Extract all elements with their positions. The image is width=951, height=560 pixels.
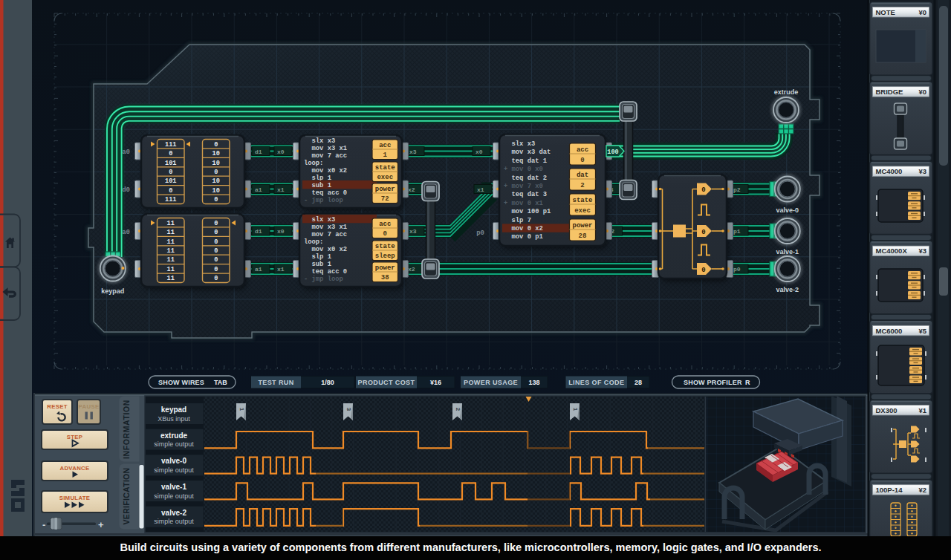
svg-text:MC6000: MC6000 (876, 327, 903, 335)
svg-text:XBus input: XBus input (158, 415, 190, 423)
svg-text:0: 0 (214, 266, 218, 273)
svg-text:LINES OF CODE: LINES OF CODE (568, 379, 624, 386)
svg-text:11: 11 (167, 238, 175, 246)
svg-text:x2: x2 (408, 266, 415, 273)
svg-text:a0: a0 (122, 229, 130, 236)
svg-text:2: 2 (580, 182, 584, 189)
svg-text:10: 10 (212, 150, 220, 157)
svg-text:1/80: 1/80 (321, 379, 334, 386)
svg-text:0: 0 (701, 229, 705, 236)
svg-text:exec: exec (574, 207, 591, 215)
svg-text:valve-0: valve-0 (161, 457, 186, 465)
svg-text:ADVANCE: ADVANCE (59, 465, 89, 472)
svg-text:0: 0 (214, 196, 218, 204)
svg-text:dat: dat (577, 172, 588, 179)
svg-text:a1: a1 (255, 186, 262, 193)
svg-text:keypad: keypad (161, 406, 186, 414)
svg-text:mov 7 acc: mov 7 acc (304, 152, 347, 160)
svg-text:sleep: sleep (375, 253, 395, 260)
svg-text:power: power (375, 186, 395, 193)
svg-text:0: 0 (214, 220, 218, 227)
svg-text:simple output: simple output (154, 492, 194, 500)
svg-text:72: 72 (381, 195, 389, 203)
svg-text:power: power (375, 264, 395, 272)
svg-text:0: 0 (214, 256, 218, 264)
svg-text:x1: x1 (277, 266, 285, 273)
svg-text:x1: x1 (277, 186, 285, 193)
svg-text:2: 2 (455, 408, 461, 411)
svg-text:d0: d0 (122, 186, 130, 194)
svg-text:simple output: simple output (154, 440, 194, 448)
svg-text:- jmp loop: - jmp loop (304, 276, 343, 283)
svg-text:DX300: DX300 (876, 406, 898, 414)
svg-text:10: 10 (212, 160, 220, 167)
svg-text:101: 101 (165, 160, 176, 167)
svg-text:¥2: ¥2 (918, 486, 926, 494)
svg-text:11: 11 (167, 220, 175, 227)
svg-text:loop:: loop: (304, 238, 323, 246)
svg-text:p0: p0 (476, 229, 484, 237)
svg-text:+ mov 7 x0: + mov 7 x0 (504, 183, 543, 190)
svg-text:extrude: extrude (160, 432, 188, 440)
svg-text:loop:: loop: (304, 160, 323, 167)
svg-text:acc: acc (379, 142, 391, 149)
svg-text:28: 28 (634, 379, 642, 386)
svg-text:¥3: ¥3 (918, 247, 926, 255)
svg-text:111: 111 (165, 141, 176, 149)
svg-text:11: 11 (167, 275, 175, 282)
svg-text:simple output: simple output (154, 466, 194, 474)
svg-text:38: 38 (381, 274, 389, 281)
svg-text:0: 0 (214, 169, 218, 176)
svg-text:- jmp loop: - jmp loop (304, 197, 343, 204)
svg-text:p1: p1 (733, 228, 741, 235)
svg-text:138: 138 (528, 379, 539, 386)
svg-text:teq acc 0: teq acc 0 (304, 268, 347, 276)
svg-text:TAB: TAB (214, 379, 227, 386)
svg-text:0: 0 (169, 150, 172, 157)
svg-text:0: 0 (383, 230, 387, 238)
svg-text:0: 0 (214, 141, 218, 149)
svg-text:10: 10 (212, 178, 220, 185)
svg-text:RESET: RESET (47, 403, 68, 410)
svg-text:slp 1: slp 1 (304, 253, 331, 261)
svg-text:a1: a1 (255, 266, 262, 273)
svg-text:0: 0 (701, 186, 705, 194)
svg-text:SHOW WIRES: SHOW WIRES (158, 379, 204, 386)
svg-text:+ mov 0 x1: + mov 0 x1 (504, 200, 543, 207)
svg-text:mov x3 dat: mov x3 dat (504, 149, 551, 156)
svg-text:mov x0 x2: mov x0 x2 (304, 246, 347, 253)
svg-text:PRODUCT COST: PRODUCT COST (358, 379, 415, 386)
svg-text:valve-2: valve-2 (776, 286, 799, 293)
svg-text:d1: d1 (255, 149, 262, 155)
svg-text:mov x3 x1: mov x3 x1 (304, 224, 347, 231)
svg-text:R: R (745, 379, 750, 386)
svg-text:teq dat 2: teq dat 2 (504, 175, 547, 182)
svg-text:11: 11 (167, 229, 175, 236)
svg-text:100P-14: 100P-14 (876, 486, 903, 494)
svg-text:3: 3 (345, 408, 352, 411)
svg-text:11: 11 (167, 247, 175, 255)
svg-text:x0: x0 (277, 149, 285, 155)
svg-text:mov 7 acc: mov 7 acc (304, 231, 347, 238)
svg-text:NOTE: NOTE (876, 8, 895, 16)
svg-text:exec: exec (377, 174, 393, 181)
svg-text:¥0: ¥0 (918, 88, 926, 96)
svg-text:state: state (375, 164, 395, 172)
svg-text:0: 0 (701, 267, 705, 274)
svg-text:10: 10 (212, 187, 220, 195)
svg-text:x3: x3 (409, 149, 417, 155)
svg-text:mov x0 x2: mov x0 x2 (304, 167, 347, 175)
svg-text:0: 0 (169, 187, 172, 195)
svg-text:slx x3: slx x3 (304, 216, 335, 224)
svg-text:sub 1: sub 1 (304, 261, 331, 268)
svg-text:TEST RUN: TEST RUN (258, 379, 293, 386)
svg-text:+: + (98, 519, 104, 530)
svg-text:x0: x0 (277, 228, 285, 235)
svg-text:a0: a0 (122, 149, 130, 156)
svg-text:valve-1: valve-1 (161, 483, 186, 491)
svg-text:power: power (572, 222, 592, 229)
svg-text:x3: x3 (409, 228, 417, 235)
svg-text:state: state (572, 197, 592, 204)
svg-text:SIMULATE: SIMULATE (59, 495, 91, 501)
svg-text:POWER USAGE: POWER USAGE (464, 379, 518, 386)
